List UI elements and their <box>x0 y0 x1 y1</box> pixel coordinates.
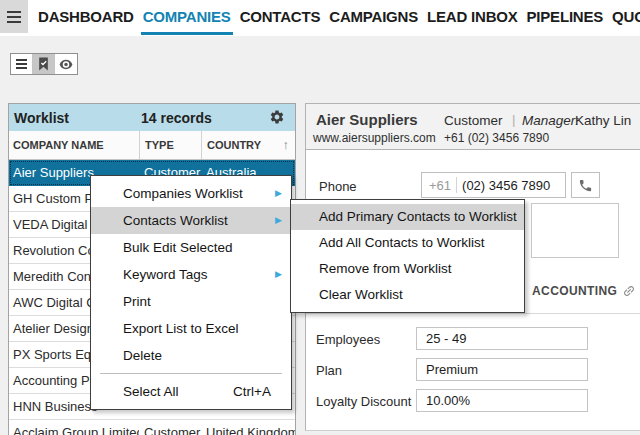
chevron-right-icon: ▶ <box>275 207 282 234</box>
worklist-title: Worklist <box>14 110 69 126</box>
view-toolbar <box>10 53 78 75</box>
link-icon[interactable] <box>619 281 639 301</box>
top-navbar: DASHBOARD COMPANIES CONTACTS CAMPAIGNS L… <box>0 0 640 36</box>
menu-item-label: Print <box>123 294 151 309</box>
menu-item-label: Export List to Excel <box>123 321 239 336</box>
loyalty-discount-input[interactable] <box>416 389 588 412</box>
nav-tab-lead-inbox[interactable]: LEAD INBOX <box>427 0 518 36</box>
contacts-worklist-submenu: Add Primary Contacts to Worklist Add All… <box>290 199 525 313</box>
plan-label: Plan <box>316 363 342 378</box>
hamburger-icon <box>7 11 21 23</box>
list-view-button[interactable] <box>11 54 33 74</box>
bookmark-check-icon <box>37 57 50 71</box>
gear-icon <box>269 109 285 125</box>
cell-type: Customer <box>139 425 201 435</box>
crm-window: DASHBOARD COMPANIES CONTACTS CAMPAIGNS L… <box>0 0 640 435</box>
app-menu-button[interactable] <box>0 0 28 33</box>
table-row[interactable]: Acclaim Group Limited Customer United Ki… <box>9 420 295 435</box>
loyalty-discount-label: Loyalty Discount <box>316 394 411 409</box>
company-title: Aier Suppliers <box>316 111 418 128</box>
context-menu: Companies Worklist ▶ Contacts Worklist ▶… <box>90 175 292 410</box>
company-website: www.aiersuppliers.com <box>313 131 436 145</box>
nav-tab-quotes[interactable]: QUOTES <box>612 0 640 36</box>
table-header: COMPANY NAME TYPE COUNTRY ↑ <box>9 131 295 160</box>
submenu-item-remove-from-worklist[interactable]: Remove from Worklist <box>291 256 524 282</box>
nav-tab-companies[interactable]: COMPANIES <box>143 0 231 36</box>
section-divider <box>306 313 640 314</box>
menu-item-keyword-tags[interactable]: Keyword Tags ▶ <box>91 261 291 288</box>
column-header-country-label: COUNTRY <box>207 139 261 151</box>
worklist-view-button[interactable] <box>33 54 55 74</box>
chevron-right-icon: ▶ <box>275 261 282 288</box>
submenu-item-add-primary-contacts[interactable]: Add Primary Contacts to Worklist <box>291 204 524 230</box>
cell-country: United Kingdom <box>201 425 295 435</box>
phone-field-label: Phone <box>319 179 357 194</box>
nav-tab-dashboard[interactable]: DASHBOARD <box>38 0 134 36</box>
manager-label: Manager: <box>522 113 579 128</box>
phone-number-value: (02) 3456 7890 <box>462 178 550 193</box>
notes-field[interactable] <box>531 203 619 258</box>
phone-input[interactable]: +61 (02) 3456 7890 <box>421 172 566 198</box>
accounting-section-label: ACCOUNTING <box>532 284 617 298</box>
column-header-type[interactable]: TYPE <box>139 131 201 159</box>
preview-button[interactable] <box>55 54 77 74</box>
worklist-panel-header: Worklist 14 records <box>9 104 295 131</box>
menu-separator <box>100 373 282 374</box>
menu-shortcut: Ctrl+A <box>233 378 271 405</box>
nav-tab-pipelines[interactable]: PIPELINES <box>527 0 604 36</box>
column-header-country[interactable]: COUNTRY ↑ <box>201 131 295 159</box>
sort-up-icon: ↑ <box>283 137 290 152</box>
menu-item-label: Select All <box>123 384 179 399</box>
submenu-item-clear-worklist[interactable]: Clear Worklist <box>291 282 524 308</box>
menu-item-print[interactable]: Print <box>91 288 291 315</box>
plan-input[interactable] <box>416 358 588 381</box>
settings-button[interactable] <box>269 109 285 125</box>
company-detail-header: Aier Suppliers Customer | Manager: Kathy… <box>305 103 640 150</box>
menu-item-label: Bulk Edit Selected <box>123 240 233 255</box>
call-button[interactable] <box>571 172 600 198</box>
menu-item-label: Delete <box>123 348 162 363</box>
employees-label: Employees <box>316 332 380 347</box>
phone-icon <box>578 178 593 193</box>
menu-item-label: Keyword Tags <box>123 267 208 282</box>
menu-item-contacts-worklist[interactable]: Contacts Worklist ▶ <box>91 207 291 234</box>
phone-country-prefix: +61 <box>422 178 451 193</box>
submenu-item-add-all-contacts[interactable]: Add All Contacts to Worklist <box>291 230 524 256</box>
company-phone-display: +61 (02) 3456 7890 <box>444 131 549 145</box>
employees-input[interactable] <box>416 327 588 350</box>
menu-item-label: Companies Worklist <box>123 186 243 201</box>
header-divider: | <box>512 112 516 127</box>
chevron-right-icon: ▶ <box>275 180 282 207</box>
menu-item-companies-worklist[interactable]: Companies Worklist ▶ <box>91 180 291 207</box>
list-icon <box>16 59 27 69</box>
menu-item-delete[interactable]: Delete <box>91 342 291 369</box>
accounting-section-header: ACCOUNTING <box>532 284 636 298</box>
cell-company-name: Acclaim Group Limited <box>9 425 139 435</box>
menu-item-select-all[interactable]: Select All Ctrl+A <box>91 378 291 405</box>
column-header-company-name[interactable]: COMPANY NAME <box>9 131 139 159</box>
phone-input-divider <box>456 177 457 193</box>
menu-item-bulk-edit-selected[interactable]: Bulk Edit Selected <box>91 234 291 261</box>
nav-tab-contacts[interactable]: CONTACTS <box>240 0 321 36</box>
nav-tab-campaigns[interactable]: CAMPAIGNS <box>329 0 418 36</box>
eye-icon <box>59 59 73 70</box>
company-type: Customer <box>444 113 503 128</box>
menu-item-export-list-to-excel[interactable]: Export List to Excel <box>91 315 291 342</box>
manager-name: Kathy Lin <box>575 113 631 128</box>
menu-item-label: Contacts Worklist <box>123 213 228 228</box>
nav-tabs: DASHBOARD COMPANIES CONTACTS CAMPAIGNS L… <box>38 0 640 36</box>
record-count: 14 records <box>141 110 212 126</box>
